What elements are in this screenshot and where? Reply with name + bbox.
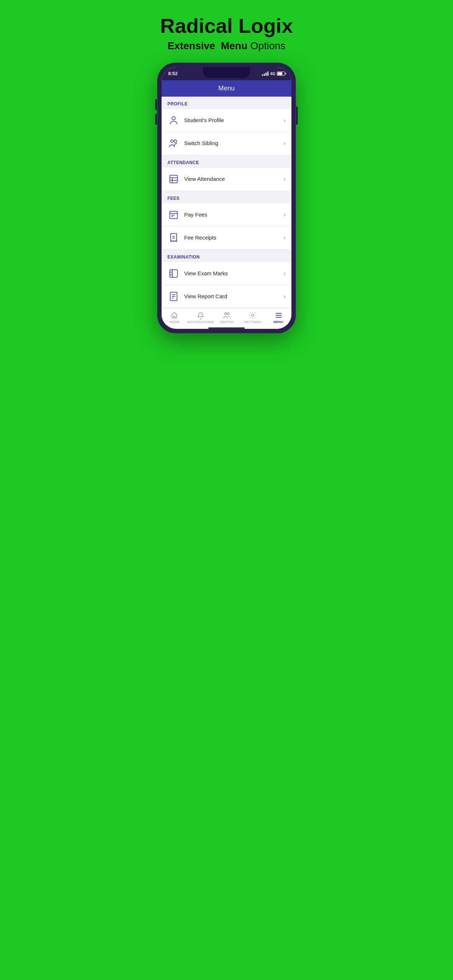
notch-cutout — [203, 67, 250, 78]
home-icon — [170, 311, 179, 320]
siblings-icon — [167, 137, 180, 150]
section-label-fees: FEES — [167, 196, 179, 201]
svg-rect-3 — [170, 175, 178, 183]
app-title: Radical Logix — [160, 14, 293, 37]
nav-settings-label: SETTINGS — [244, 320, 261, 324]
section-header-examination: EXAMINATION — [161, 250, 292, 262]
view-attendance-label: View Attendance — [184, 176, 284, 182]
battery-indicator — [277, 72, 285, 76]
subtitle-bold1: Extensive — [167, 40, 215, 51]
nav-switch-label: SWITCH — [220, 320, 233, 324]
switch-sibling-label: Switch Sibling — [184, 140, 284, 146]
svg-point-31 — [227, 312, 230, 315]
nav-settings[interactable]: SETTINGS — [239, 311, 266, 324]
section-label-examination: EXAMINATION — [167, 255, 200, 259]
chevron-right-icon: › — [284, 140, 286, 146]
status-icons: 4G — [262, 72, 285, 76]
students-profile-label: Student's Profile — [184, 117, 284, 123]
svg-point-2 — [174, 140, 177, 142]
chevron-right-icon: › — [284, 293, 286, 300]
menu-item-view-exam-marks[interactable]: View Exam Marks › — [161, 262, 292, 285]
section-header-attendance: ATTENDANCE — [161, 155, 292, 168]
pay-fees-label: Pay Fees — [184, 212, 284, 218]
menu-item-students-profile[interactable]: Student's Profile › — [161, 109, 292, 132]
menu-item-view-attendance[interactable]: View Attendance › — [161, 168, 292, 190]
section-header-profile: PROFILE — [161, 97, 292, 109]
fees-icon — [167, 208, 180, 221]
volume-down-button — [155, 114, 157, 125]
section-header-fees: FEES — [161, 191, 292, 204]
phone-shell: 8:52 4G Menu PROFIL — [157, 63, 296, 333]
fee-receipts-label: Fee Receipts — [184, 234, 284, 240]
battery-fill — [278, 72, 282, 75]
exam-icon — [167, 267, 180, 280]
chevron-right-icon: › — [284, 212, 286, 218]
power-button — [296, 107, 298, 125]
svg-point-32 — [252, 314, 254, 317]
chevron-right-icon: › — [284, 234, 286, 241]
menu-group-profile: Student's Profile › Switch Sibling › — [161, 109, 292, 154]
nav-menu-label: MENU — [274, 320, 284, 324]
bell-icon — [196, 311, 205, 320]
menu-item-pay-fees[interactable]: Pay Fees › — [161, 204, 292, 226]
menu-group-examination: View Exam Marks › View Report Card › Exa… — [161, 262, 292, 308]
menu-group-fees: Pay Fees › Fee Receipts › — [161, 204, 292, 249]
signal-bars — [262, 72, 268, 76]
screen-title: Menu — [218, 84, 234, 92]
svg-point-30 — [225, 312, 227, 315]
person-icon — [167, 114, 180, 127]
view-report-card-label: View Report Card — [184, 293, 284, 299]
svg-point-0 — [172, 116, 175, 119]
menu-item-view-report-card[interactable]: View Report Card › — [161, 285, 292, 308]
nav-switch[interactable]: SWITCH — [214, 311, 240, 324]
nav-home-label: HOME — [169, 320, 179, 324]
receipt-icon — [167, 232, 180, 244]
report-icon — [167, 290, 180, 302]
status-time: 8:52 — [168, 71, 178, 76]
settings-icon — [249, 311, 257, 320]
volume-up-button — [155, 99, 157, 110]
menu-content: PROFILE Student's Profile › Switch Sibli… — [161, 97, 292, 308]
attendance-icon — [167, 173, 180, 185]
network-type: 4G — [270, 72, 275, 76]
menu-icon — [274, 311, 283, 320]
svg-point-1 — [171, 140, 173, 142]
nav-home[interactable]: HOME — [161, 311, 187, 324]
home-indicator — [208, 328, 245, 329]
menu-item-switch-sibling[interactable]: Switch Sibling › — [161, 132, 292, 154]
section-label-attendance: ATTENDANCE — [167, 160, 199, 165]
switch-icon — [223, 311, 231, 320]
chevron-right-icon: › — [284, 176, 286, 182]
app-subtitle: Extensive Menu Options — [160, 40, 293, 52]
svg-rect-13 — [170, 269, 178, 277]
nav-notifications-label: NOTIFICATIONS — [187, 320, 214, 324]
phone-screen: 8:52 4G Menu PROFIL — [161, 67, 292, 329]
nav-menu[interactable]: MENU — [266, 311, 292, 324]
menu-item-fee-receipts[interactable]: Fee Receipts › — [161, 226, 292, 249]
subtitle-regular: Options — [250, 40, 286, 51]
chevron-right-icon: › — [284, 117, 286, 124]
view-exam-marks-label: View Exam Marks — [184, 270, 284, 276]
bottom-navigation: HOME NOTIFICATIONS SWITCH SETTINGS — [161, 308, 292, 325]
status-bar: 8:52 4G — [161, 67, 292, 80]
section-label-profile: PROFILE — [167, 101, 188, 107]
nav-notifications[interactable]: NOTIFICATIONS — [187, 311, 214, 324]
subtitle-bold2: Menu — [221, 40, 247, 51]
page-header: Radical Logix Extensive Menu Options — [160, 14, 293, 52]
menu-group-attendance: View Attendance › — [161, 168, 292, 190]
app-header: Menu — [161, 80, 292, 97]
chevron-right-icon: › — [284, 270, 286, 277]
